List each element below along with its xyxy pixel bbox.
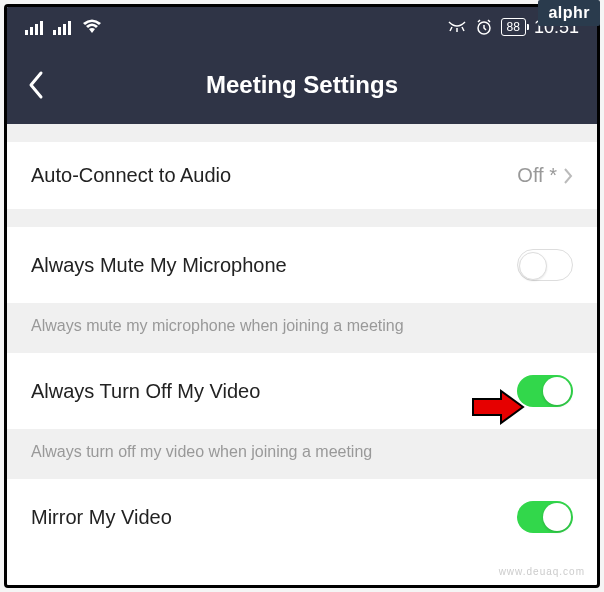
battery-icon: 88 bbox=[501, 18, 526, 36]
watermark: www.deuaq.com bbox=[499, 566, 585, 577]
setting-mute-microphone[interactable]: Always Mute My Microphone bbox=[7, 227, 597, 303]
source-badge: alphr bbox=[538, 0, 600, 26]
spacer bbox=[7, 209, 597, 227]
setting-turn-off-video[interactable]: Always Turn Off My Video bbox=[7, 353, 597, 429]
setting-label: Mirror My Video bbox=[31, 506, 517, 529]
toggle-mirror-video[interactable] bbox=[517, 501, 573, 533]
setting-value-text: Off * bbox=[517, 164, 557, 187]
toggle-knob bbox=[543, 377, 571, 405]
status-left bbox=[25, 19, 103, 35]
setting-label: Always Turn Off My Video bbox=[31, 380, 517, 403]
setting-label: Auto-Connect to Audio bbox=[31, 164, 517, 187]
setting-auto-connect-audio[interactable]: Auto-Connect to Audio Off * bbox=[7, 142, 597, 209]
status-bar: 88 10:51 bbox=[7, 7, 597, 47]
toggle-turn-off-video[interactable] bbox=[517, 375, 573, 407]
page-title: Meeting Settings bbox=[7, 71, 597, 99]
signal-icon bbox=[25, 19, 43, 35]
setting-description: Always mute my microphone when joining a… bbox=[7, 303, 597, 353]
wifi-icon bbox=[81, 19, 103, 35]
signal-icon-2 bbox=[53, 19, 71, 35]
spacer bbox=[7, 124, 597, 142]
setting-label: Always Mute My Microphone bbox=[31, 254, 517, 277]
chevron-right-icon bbox=[563, 167, 573, 185]
settings-list: Auto-Connect to Audio Off * Always Mute … bbox=[7, 124, 597, 555]
setting-value: Off * bbox=[517, 164, 573, 187]
eye-protection-icon bbox=[447, 20, 467, 34]
setting-description: Always turn off my video when joining a … bbox=[7, 429, 597, 479]
toggle-knob bbox=[519, 252, 547, 280]
chevron-left-icon bbox=[27, 70, 45, 100]
back-button[interactable] bbox=[27, 70, 45, 100]
toggle-knob bbox=[543, 503, 571, 531]
setting-mirror-video[interactable]: Mirror My Video bbox=[7, 479, 597, 555]
alarm-icon bbox=[475, 18, 493, 36]
phone-frame: 88 10:51 Meeting Settings Auto-Connect t… bbox=[4, 4, 600, 588]
header: Meeting Settings bbox=[7, 46, 597, 124]
toggle-mute-microphone[interactable] bbox=[517, 249, 573, 281]
